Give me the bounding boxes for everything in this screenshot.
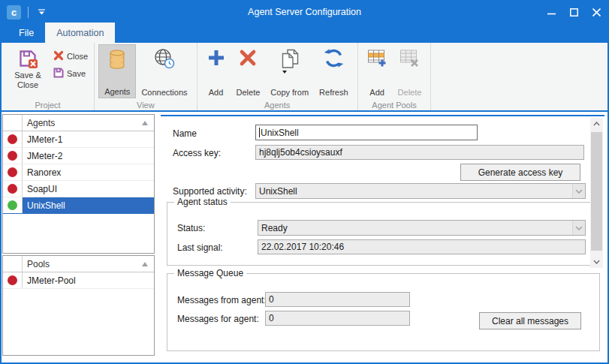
status-cell [3, 131, 23, 147]
access-key-field[interactable]: hj8qlj5ob4csioysauxf [255, 145, 584, 160]
copy-from-label: Copy from [270, 88, 309, 97]
status-dot-green [8, 200, 17, 210]
pools-column-header[interactable]: Pools [23, 256, 154, 272]
tab-file[interactable]: File [8, 23, 45, 43]
pool-row-jmeter-pool[interactable]: JMeter-Pool [3, 272, 154, 289]
ribbon-group-view-label: View [95, 101, 196, 110]
agents-add-button[interactable]: Add [201, 44, 231, 98]
agents-header-label: Agents [27, 118, 55, 128]
ribbon: Save & Close Close Save [2, 43, 607, 112]
name-input[interactable]: UnixShell [255, 125, 478, 140]
refresh-button[interactable]: Refresh [314, 44, 354, 98]
agent-name-cell[interactable]: SoapUI [23, 181, 154, 197]
messages-for-agent-field: 0 [265, 311, 410, 326]
pools-add-label: Add [369, 88, 384, 97]
agents-column-header[interactable]: Agents [23, 115, 154, 131]
name-label: Name [173, 128, 197, 139]
agents-delete-button[interactable]: Delete [231, 44, 266, 98]
agent-row-ranorex[interactable]: Ranorex [3, 164, 154, 181]
sort-ascending-icon [142, 262, 148, 266]
last-signal-label: Last signal: [177, 242, 223, 253]
status-dot-red [8, 275, 17, 285]
refresh-icon [324, 48, 344, 70]
app-icon[interactable]: c [7, 5, 21, 20]
maximize-button[interactable] [562, 2, 585, 23]
text-caret [259, 128, 260, 137]
ribbon-group-view: Agents Connections View [95, 43, 197, 110]
refresh-label: Refresh [319, 88, 348, 97]
agent-status-groupbox: Agent status Status: Ready Last signal: … [167, 202, 592, 266]
supported-activity-dropdown: UnixShell [255, 183, 586, 199]
ribbon-group-project-label: Project [2, 101, 94, 110]
chevron-down-icon [572, 184, 585, 198]
agents-list-panel: Agents JMeter-1 JMeter-2 Ranorex SoapUI … [2, 114, 155, 254]
scrollbar-thumb[interactable] [591, 132, 602, 251]
supported-activity-label: Supported activity: [173, 186, 247, 197]
agent-name-cell[interactable]: Ranorex [23, 164, 154, 180]
save-and-close-label: Save & Close [8, 71, 48, 90]
agent-row-soapui[interactable]: SoapUI [3, 181, 154, 197]
quick-access-dropdown-icon[interactable] [35, 5, 47, 19]
status-cell [3, 164, 23, 180]
agents-delete-label: Delete [237, 88, 261, 97]
messages-for-agent-value: 0 [269, 313, 274, 323]
status-cell [3, 181, 23, 197]
access-key-label: Access key: [173, 148, 221, 158]
scroll-down-icon[interactable] [590, 256, 603, 268]
save-and-close-button[interactable]: Save & Close [8, 44, 48, 98]
scroll-up-icon[interactable] [590, 118, 603, 130]
agent-name-cell[interactable]: JMeter-2 [23, 148, 154, 164]
supported-activity-value: UnixShell [259, 186, 297, 197]
tab-automation[interactable]: Automation [45, 23, 115, 43]
status-dot-red [8, 184, 17, 194]
save-button[interactable]: Save [51, 67, 90, 80]
ribbon-group-project: Save & Close Close Save [2, 43, 95, 110]
delete-x-icon [238, 48, 258, 69]
last-signal-field: 22.02.2017 10:20:46 [258, 239, 586, 254]
view-agents-button[interactable]: Agents [98, 44, 136, 98]
agent-name-cell[interactable]: UnixShell [23, 197, 154, 213]
status-cell [3, 197, 23, 213]
pools-delete-button: Delete [393, 44, 427, 98]
view-agents-label: Agents [104, 87, 130, 96]
status-value: Ready [261, 223, 288, 233]
pools-add-button[interactable]: Add [362, 44, 393, 98]
pools-header-label: Pools [27, 259, 50, 269]
close-window-button[interactable] [585, 2, 607, 23]
copy-documents-icon [279, 48, 300, 71]
titlebar: c Agent Server Configuration [2, 2, 607, 23]
agents-add-label: Add [209, 88, 224, 97]
agent-row-unixshell-selected[interactable]: UnixShell [3, 197, 154, 214]
view-connections-label: Connections [141, 88, 187, 97]
window-controls [540, 2, 607, 23]
pool-name-cell[interactable]: JMeter-Pool [23, 272, 154, 288]
view-connections-button[interactable]: Connections [136, 44, 192, 98]
generate-access-key-button[interactable]: Generate access key [460, 164, 580, 181]
ribbon-group-agent-pools-label: Agent Pools [358, 101, 431, 110]
status-column-header [3, 115, 23, 131]
messages-for-agent-label: Messages for agent: [177, 314, 259, 324]
status-cell [3, 272, 23, 288]
close-button[interactable]: Close [51, 50, 90, 63]
agent-name-cell[interactable]: JMeter-1 [23, 131, 154, 147]
messages-from-agent-label: Messages from agent: [177, 295, 267, 305]
status-dot-red [8, 167, 17, 177]
window-title: Agent Server Configuration [2, 7, 607, 17]
agents-list-header[interactable]: Agents [3, 115, 154, 131]
agent-row-jmeter-2[interactable]: JMeter-2 [3, 148, 154, 164]
save-label: Save [67, 69, 86, 78]
delete-pool-table-icon [399, 48, 420, 70]
connections-globe-icon [153, 48, 175, 71]
status-label: Status: [177, 223, 205, 233]
pools-list-panel: Pools JMeter-Pool [2, 255, 155, 356]
agent-row-jmeter-1[interactable]: JMeter-1 [3, 131, 154, 148]
last-signal-value: 22.02.2017 10:20:46 [261, 242, 344, 252]
status-dot-red [8, 134, 17, 144]
ribbon-group-agents: Add Delete [197, 43, 358, 110]
clear-all-messages-button[interactable]: Clear all messages [479, 312, 581, 329]
vertical-scrollbar[interactable] [590, 118, 603, 268]
pools-list-header[interactable]: Pools [3, 256, 154, 272]
minimize-button[interactable] [540, 2, 562, 23]
status-cell [3, 148, 23, 164]
copy-from-button[interactable]: Copy from [265, 44, 314, 98]
